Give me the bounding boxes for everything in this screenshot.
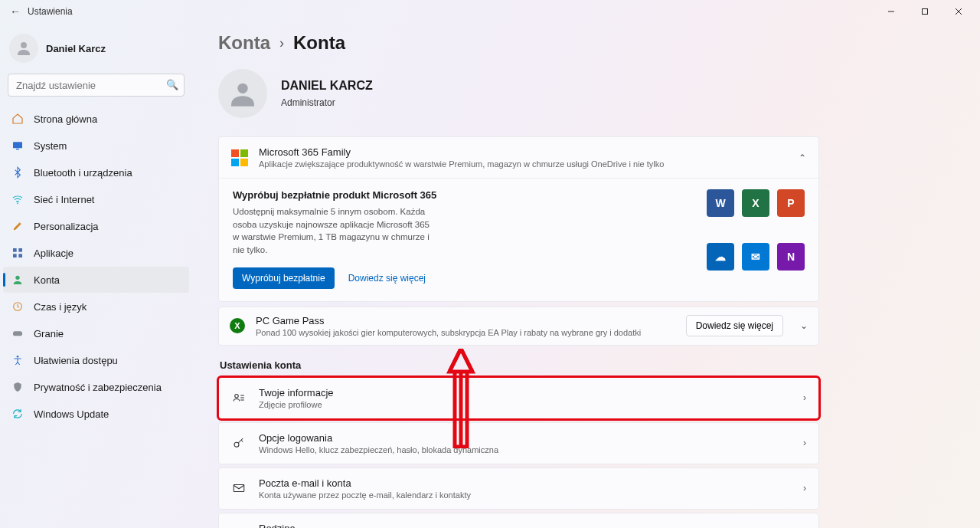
back-button[interactable]: ← — [5, 5, 26, 18]
update-icon — [11, 407, 24, 421]
apps-icon — [11, 246, 24, 260]
brush-icon — [11, 219, 24, 233]
svg-rect-14 — [13, 331, 22, 336]
breadcrumb: Konta › Konta — [218, 32, 819, 54]
office-apps-icons: W X P ☁ ✉ N — [707, 189, 805, 289]
search-icon: 🔍 — [166, 79, 178, 90]
bluetooth-icon — [11, 166, 24, 179]
mail-icon — [231, 480, 247, 496]
m365-try-text: Udostępnij maksymalnie 5 innym osobom. K… — [233, 205, 432, 257]
profile-avatar-icon — [218, 69, 267, 118]
chevron-up-icon: ⌃ — [799, 152, 806, 163]
nav-privacy[interactable]: Prywatność i zabezpieczenia — [3, 374, 189, 400]
svg-rect-8 — [13, 248, 17, 252]
svg-rect-22 — [234, 485, 244, 492]
svg-rect-1 — [923, 9, 928, 15]
microsoft-logo-icon — [231, 149, 248, 166]
nav-network[interactable]: Sieć i Internet — [3, 186, 189, 212]
word-icon: W — [707, 189, 734, 217]
chevron-right-icon: › — [803, 483, 806, 494]
learn-more-link[interactable]: Dowiedz się więcej — [348, 273, 426, 284]
svg-rect-5 — [13, 142, 22, 148]
svg-point-21 — [234, 442, 239, 447]
nav-personalization[interactable]: Personalizacja — [3, 213, 189, 239]
system-icon — [11, 139, 24, 152]
chevron-right-icon: › — [803, 438, 806, 448]
outlook-icon: ✉ — [742, 243, 769, 271]
nav-time[interactable]: Czas i język — [3, 294, 189, 320]
row-your-info[interactable]: Twoje informacjeZdjęcie profilowe › — [218, 377, 819, 419]
profile-name: DANIEL KARCZ — [281, 79, 373, 93]
row-signin-options[interactable]: Opcje logowaniaWindows Hello, klucz zabe… — [218, 422, 819, 464]
maximize-button[interactable] — [908, 0, 942, 23]
nav-system[interactable]: System — [3, 133, 189, 159]
chevron-down-icon: ⌄ — [800, 320, 808, 331]
svg-point-4 — [21, 42, 27, 48]
nav-update[interactable]: Windows Update — [3, 401, 189, 427]
svg-rect-6 — [16, 149, 19, 149]
profile-header: DANIEL KARCZ Administrator — [218, 69, 819, 118]
search-input[interactable] — [8, 74, 185, 97]
nav-accounts[interactable]: Konta — [3, 267, 189, 293]
breadcrumb-root[interactable]: Konta — [218, 32, 270, 54]
excel-icon: X — [742, 189, 769, 217]
m365-header[interactable]: Microsoft 365 Family Aplikacje zwiększaj… — [219, 137, 818, 178]
onenote-icon: N — [777, 243, 805, 271]
chevron-right-icon: › — [803, 392, 806, 403]
profile-role: Administrator — [281, 97, 373, 108]
powerpoint-icon: P — [777, 189, 805, 217]
sidebar-user-name: Daniel Karcz — [46, 43, 106, 54]
sidebar-user[interactable]: Daniel Karcz — [3, 28, 189, 74]
minimize-button[interactable] — [874, 0, 908, 23]
home-icon — [11, 112, 24, 126]
clock-icon — [11, 300, 24, 313]
gamepad-icon — [11, 326, 24, 340]
xbox-icon: X — [230, 318, 245, 333]
nav-home[interactable]: Strona główna — [3, 106, 189, 132]
nav-apps[interactable]: Aplikacje — [3, 240, 189, 266]
svg-point-12 — [15, 276, 19, 280]
nav-gaming[interactable]: Granie — [3, 320, 189, 346]
svg-point-7 — [17, 202, 18, 204]
person-icon — [11, 273, 24, 287]
gamepass-card[interactable]: X PC Game Pass Ponad 100 wysokiej jakośc… — [218, 307, 819, 346]
row-email-accounts[interactable]: Poczta e-mail i kontaKonta używane przez… — [218, 467, 819, 510]
m365-try-title: Wypróbuj bezpłatnie produkt Microsoft 36… — [233, 189, 691, 201]
gamepass-more-button[interactable]: Dowiedz się więcej — [686, 315, 783, 336]
wifi-icon — [11, 192, 24, 206]
nav-accessibility[interactable]: Ułatwienia dostępu — [3, 347, 189, 373]
svg-rect-10 — [13, 254, 17, 257]
window-title: Ustawienia — [26, 6, 874, 17]
chevron-right-icon: › — [279, 35, 284, 51]
svg-point-16 — [237, 84, 247, 93]
try-free-button[interactable]: Wypróbuj bezpłatnie — [233, 267, 335, 289]
breadcrumb-current: Konta — [293, 32, 345, 54]
key-icon — [231, 435, 247, 451]
close-button[interactable] — [942, 0, 975, 23]
shield-icon — [11, 380, 24, 394]
info-card-icon — [231, 390, 247, 405]
svg-rect-9 — [18, 248, 22, 252]
accessibility-icon — [11, 353, 24, 367]
svg-point-17 — [235, 395, 239, 398]
nav-bluetooth[interactable]: Bluetooth i urządzenia — [3, 159, 189, 185]
onedrive-icon: ☁ — [707, 243, 734, 271]
svg-rect-11 — [18, 254, 22, 257]
avatar-icon — [9, 34, 38, 63]
svg-point-15 — [17, 356, 19, 358]
row-family[interactable]: RodzinaZarządzaj grupą rodzinną, edytuj … — [218, 513, 819, 528]
section-label: Ustawienia konta — [220, 359, 819, 371]
m365-card: Microsoft 365 Family Aplikacje zwiększaj… — [218, 136, 819, 302]
